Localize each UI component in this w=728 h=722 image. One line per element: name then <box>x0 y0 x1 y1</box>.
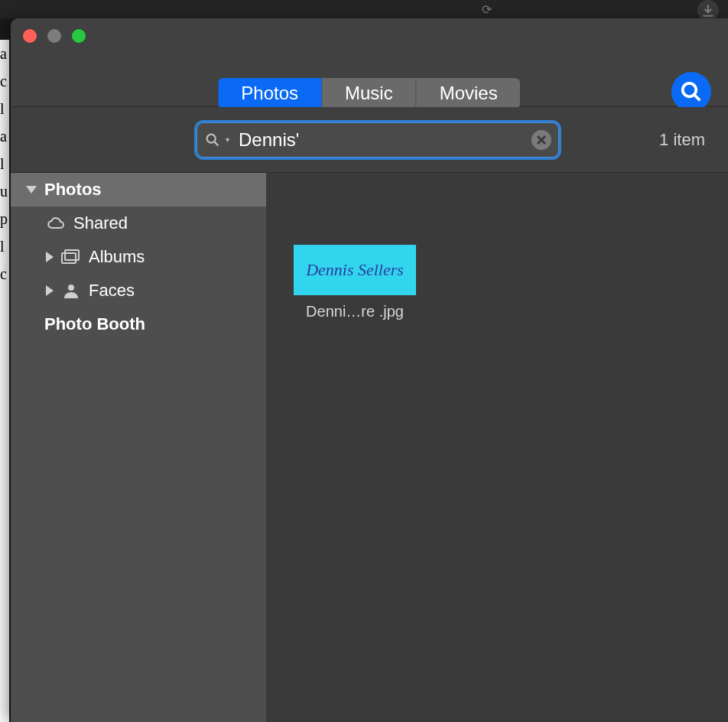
disclosure-triangle-icon[interactable] <box>26 186 37 194</box>
media-browser-panel: Photos Music Movies ▾ 1 item Photos <box>11 18 728 722</box>
albums-icon <box>61 249 81 265</box>
person-icon <box>61 282 81 299</box>
background-toolbar: ⟳ <box>0 0 728 18</box>
svg-rect-7 <box>65 250 79 260</box>
search-button[interactable] <box>671 72 711 112</box>
disclosure-triangle-icon[interactable] <box>46 252 54 262</box>
background-document: a c l a l u p l c <box>0 40 9 722</box>
results-grid: Dennis Sellers Denni…re .jpg <box>266 173 728 722</box>
reload-icon: ⟳ <box>482 2 492 17</box>
search-field[interactable]: ▾ <box>194 120 561 160</box>
source-shared[interactable]: Shared <box>11 207 266 240</box>
svg-line-1 <box>694 95 700 101</box>
panel-body: Photos Shared Albums Faces <box>11 173 728 722</box>
sidebar-item-label: Faces <box>89 281 135 301</box>
search-icon <box>680 80 703 103</box>
tab-movies[interactable]: Movies <box>417 78 521 109</box>
svg-point-8 <box>68 285 74 291</box>
sidebar-item-label: Shared <box>73 213 128 233</box>
result-count: 1 item <box>659 130 705 150</box>
search-scope-icon[interactable] <box>204 132 221 148</box>
svg-rect-6 <box>62 253 76 263</box>
sidebar-item-label: Photos <box>44 180 102 200</box>
tab-photos[interactable]: Photos <box>218 78 322 109</box>
source-photos-app[interactable]: Photos <box>11 173 266 207</box>
source-photo-booth[interactable]: Photo Booth <box>11 307 266 341</box>
window-controls <box>23 29 86 43</box>
disclosure-triangle-icon[interactable] <box>46 285 54 296</box>
sidebar-item-label: Albums <box>89 247 145 267</box>
svg-point-0 <box>683 83 697 97</box>
titlebar: Photos Music Movies <box>11 18 728 107</box>
search-input[interactable] <box>239 129 527 151</box>
minimize-window-button[interactable] <box>47 29 61 43</box>
source-faces[interactable]: Faces <box>11 274 266 307</box>
media-type-segmented: Photos Music Movies <box>218 78 520 109</box>
close-icon <box>537 135 546 145</box>
cloud-icon <box>46 215 66 232</box>
thumbnail-image: Dennis Sellers <box>294 245 416 295</box>
tab-music[interactable]: Music <box>322 78 417 109</box>
search-row: ▾ 1 item <box>11 107 728 173</box>
close-window-button[interactable] <box>23 29 37 43</box>
chevron-down-icon[interactable]: ▾ <box>226 135 229 144</box>
clear-search-button[interactable] <box>531 130 551 150</box>
svg-line-3 <box>214 141 218 145</box>
source-list: Photos Shared Albums Faces <box>11 173 266 722</box>
source-albums[interactable]: Albums <box>11 240 266 274</box>
sidebar-item-label: Photo Booth <box>44 314 145 334</box>
svg-point-2 <box>207 134 216 142</box>
zoom-window-button[interactable] <box>72 29 86 43</box>
result-item[interactable]: Dennis Sellers Denni…re .jpg <box>294 245 416 320</box>
result-filename: Denni…re .jpg <box>294 303 416 320</box>
